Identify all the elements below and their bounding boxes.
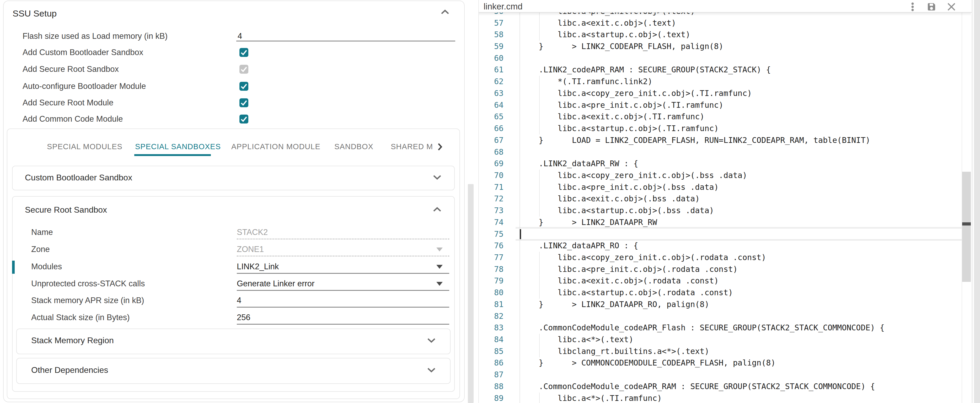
checkbox-checked[interactable] bbox=[239, 81, 248, 91]
editor-titlebar bbox=[479, 0, 972, 13]
chevron-down-icon[interactable] bbox=[427, 338, 436, 343]
field-underline bbox=[237, 239, 449, 239]
field-label: Name bbox=[31, 227, 53, 237]
checkbox-label: Auto-configure Bootloader Module bbox=[22, 81, 146, 91]
outer-scrollbar[interactable] bbox=[974, 0, 980, 403]
left-panel-scrollbar[interactable] bbox=[468, 184, 474, 403]
field-label: Zone bbox=[31, 244, 50, 254]
secure-root-title: Secure Root Sandbox bbox=[25, 205, 107, 215]
titlebar-shadow bbox=[479, 13, 971, 16]
field-underline bbox=[237, 273, 449, 274]
kebab-menu-icon[interactable] bbox=[907, 2, 918, 12]
save-icon[interactable] bbox=[926, 2, 937, 12]
checkbox-label: Add Secure Root Module bbox=[22, 98, 113, 108]
checkbox-checked[interactable] bbox=[239, 48, 248, 57]
field-underline bbox=[237, 256, 449, 256]
chevron-up-icon[interactable] bbox=[433, 207, 442, 212]
tab-sandbox[interactable]: SANDBOX bbox=[334, 142, 374, 151]
field-underline bbox=[237, 307, 449, 307]
field-label: Stack memory APR size (in kB) bbox=[31, 296, 144, 306]
text-cursor bbox=[520, 229, 521, 239]
tab-special-sandboxes[interactable]: SPECIAL SANDBOXES bbox=[135, 142, 221, 151]
panel-title: SSU Setup bbox=[13, 8, 57, 19]
tab-special-modules[interactable]: SPECIAL MODULES bbox=[47, 142, 123, 151]
checkbox-label: Add Secure Root Sandbox bbox=[22, 64, 119, 74]
subsection-title: Other Dependencies bbox=[31, 365, 108, 375]
tab-application-module[interactable]: APPLICATION MODULE bbox=[231, 142, 320, 151]
chevron-up-icon[interactable] bbox=[441, 10, 449, 15]
field-select[interactable]: ZONE1 bbox=[237, 244, 264, 254]
cursor-position-mark bbox=[962, 222, 971, 226]
checkbox-disabled-checked[interactable] bbox=[239, 64, 248, 74]
field-underline bbox=[237, 290, 449, 291]
modules-highlight-bar bbox=[12, 261, 15, 274]
dropdown-arrow-icon bbox=[436, 265, 443, 269]
chevron-right-icon[interactable] bbox=[438, 143, 443, 151]
chevron-down-icon[interactable] bbox=[427, 367, 436, 373]
active-tab-underline bbox=[134, 154, 211, 156]
app-window: SSU Setup Flash size used as Load memory… bbox=[0, 0, 980, 403]
field-select[interactable]: LINK2_Link bbox=[237, 262, 279, 272]
field-label: Actual Stack size (in Bytes) bbox=[31, 312, 130, 322]
field-select[interactable]: Generate Linker error bbox=[237, 279, 314, 289]
checkbox-label: Add Custom Bootloader Sandbox bbox=[22, 48, 143, 57]
tab-shared-m[interactable]: SHARED M bbox=[391, 142, 433, 151]
subsection-title: Stack Memory Region bbox=[31, 336, 114, 345]
checkbox-checked[interactable] bbox=[239, 114, 248, 124]
flash-size-label: Flash size used as Load memory (in kB) bbox=[22, 31, 167, 41]
flash-size-input[interactable]: 4 bbox=[238, 31, 242, 41]
close-icon[interactable] bbox=[946, 2, 957, 12]
custom-bootloader-title: Custom Bootloader Sandbox bbox=[25, 173, 132, 183]
field-label: Unprotected cross-STACK calls bbox=[31, 279, 145, 289]
editor-scrollbar-thumb[interactable] bbox=[962, 172, 971, 282]
chevron-down-icon[interactable] bbox=[433, 175, 442, 180]
code-lines[interactable]: libc.a<pre_init.c.obj>(.text) libc.a<exi… bbox=[520, 5, 885, 403]
field-input[interactable]: 4 bbox=[237, 296, 241, 306]
outer-scrollbar-border bbox=[972, 0, 972, 403]
checkbox-label: Add Common Code Module bbox=[22, 114, 123, 124]
editor-filename: linker.cmd bbox=[484, 2, 523, 11]
flash-size-underline bbox=[236, 41, 455, 41]
checkbox-checked[interactable] bbox=[239, 98, 248, 107]
field-input[interactable]: STACK2 bbox=[237, 227, 268, 237]
field-underline bbox=[237, 324, 449, 325]
line-numbers: 56 57 58 59 60 61 62 63 64 65 66 67 68 6… bbox=[478, 5, 504, 403]
field-input[interactable]: 256 bbox=[237, 312, 250, 322]
dropdown-arrow-icon bbox=[436, 282, 443, 286]
field-label: Modules bbox=[31, 262, 62, 272]
dropdown-arrow-icon bbox=[436, 247, 443, 252]
